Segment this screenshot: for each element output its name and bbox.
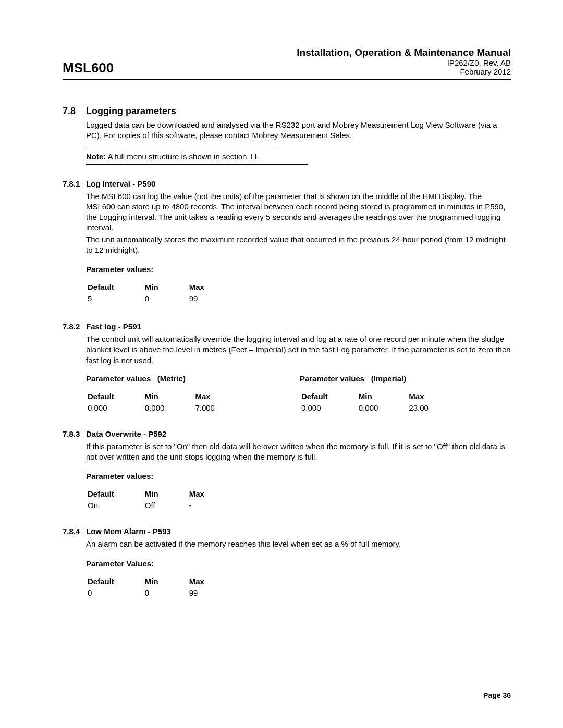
imperial-units: (Imperial): [371, 374, 407, 383]
val-max: 7.000: [194, 403, 244, 413]
manual-title: Installation, Operation & Maintenance Ma…: [297, 47, 511, 58]
note-body: A full menu structure is shown in sectio…: [108, 152, 260, 161]
val-min: Off: [144, 500, 188, 510]
table-row: On Off -: [87, 500, 234, 510]
subsection-title: Data Overwrite - P592: [86, 429, 166, 438]
val-default: 5: [87, 293, 143, 303]
table-row: Default Min Max: [87, 282, 234, 292]
col-max: Max: [189, 576, 234, 587]
table-row: Default Min Max: [301, 391, 458, 402]
page: MSL600 Installation, Operation & Mainten…: [0, 0, 563, 728]
subsection-body: An alarm can be activated if the memory …: [86, 539, 511, 549]
metric-heading: Parameter values (Metric): [86, 374, 245, 383]
page-header: MSL600 Installation, Operation & Mainten…: [63, 47, 511, 80]
val-min: 0: [144, 293, 188, 303]
val-max: -: [189, 500, 234, 510]
subsection-body: The control unit will automatically over…: [86, 334, 511, 366]
param-values-label: Parameter Values:: [86, 559, 511, 568]
section-heading: 7.8 Logging parameters: [63, 106, 511, 117]
col-max: Max: [189, 489, 234, 499]
val-min: 0: [144, 588, 188, 598]
model-label: MSL600: [63, 60, 114, 76]
col-min: Min: [144, 391, 194, 402]
col-default: Default: [301, 391, 357, 402]
note-rule-bottom-icon: [86, 164, 308, 165]
subsection-body: The MSL600 can log the value (not the un…: [86, 191, 511, 233]
subsection-heading: 7.8.1 Log Interval - P590: [63, 179, 511, 188]
val-default: On: [87, 500, 143, 510]
param-table: Default Min Max 0 0 99: [86, 575, 235, 599]
col-min: Min: [144, 282, 188, 292]
subsection-heading: 7.8.4 Low Mem Alarm - P593: [63, 527, 511, 536]
col-min: Min: [358, 391, 408, 402]
col-default: Default: [87, 391, 143, 402]
col-min: Min: [144, 576, 188, 587]
col-default: Default: [87, 489, 143, 499]
table-row: 0.000 0.000 7.000: [87, 403, 244, 413]
page-footer: Page 36: [483, 691, 511, 699]
metric-units: (Metric): [157, 374, 186, 383]
table-row: 5 0 99: [87, 293, 234, 303]
dual-tables: Parameter values (Metric) Default Min Ma…: [63, 374, 511, 414]
val-max: 99: [189, 293, 234, 303]
imperial-heading: Parameter values (Imperial): [300, 374, 459, 383]
param-table: Default Min Max 0.000 0.000 7.000: [86, 390, 245, 414]
param-values-label: Parameter values:: [86, 472, 511, 480]
subsection-number: 7.8.2: [63, 322, 86, 331]
note-label: Note:: [86, 152, 106, 161]
subsection-body: The unit automatically stores the maximu…: [86, 235, 511, 256]
param-table: Default Min Max On Off -: [86, 488, 235, 511]
table-row: 0.000 0.000 23.00: [301, 403, 458, 413]
subsection-number: 7.8.1: [63, 179, 86, 188]
section-title: Logging parameters: [86, 106, 176, 117]
doc-ref: IP262/Z0, Rev. AB: [297, 58, 511, 67]
col-max: Max: [408, 391, 458, 402]
note-text: Note: A full menu structure is shown in …: [86, 152, 511, 161]
col-default: Default: [87, 576, 143, 587]
subsection-title: Log Interval - P590: [86, 179, 155, 188]
doc-date: February 2012: [297, 67, 511, 76]
table-row: Default Min Max: [87, 576, 234, 587]
imperial-label: Parameter values: [300, 374, 364, 383]
val-min: 0.000: [358, 403, 408, 413]
val-default: 0.000: [87, 403, 143, 413]
col-min: Min: [144, 489, 188, 499]
imperial-column: Parameter values (Imperial) Default Min …: [300, 374, 459, 414]
subsection-title: Fast log - P591: [86, 322, 141, 331]
metric-column: Parameter values (Metric) Default Min Ma…: [86, 374, 245, 414]
table-row: Default Min Max: [87, 489, 234, 499]
table-row: Default Min Max: [87, 391, 244, 402]
note-rule-top-icon: [86, 149, 279, 149]
param-table: Default Min Max 0.000 0.000 23.00: [300, 390, 459, 414]
subsection-heading: 7.8.3 Data Overwrite - P592: [63, 429, 511, 438]
note-box: Note: A full menu structure is shown in …: [86, 149, 511, 165]
param-table: Default Min Max 5 0 99: [86, 281, 235, 304]
header-right: Installation, Operation & Maintenance Ma…: [297, 47, 511, 76]
section-intro: Logged data can be downloaded and analys…: [86, 120, 511, 141]
section-number: 7.8: [63, 106, 86, 117]
subsection-number: 7.8.3: [63, 429, 86, 438]
val-default: 0.000: [301, 403, 357, 413]
val-max: 23.00: [408, 403, 458, 413]
subsection-heading: 7.8.2 Fast log - P591: [63, 322, 511, 331]
metric-label: Parameter values: [86, 374, 151, 383]
subsection-title: Low Mem Alarm - P593: [86, 527, 171, 536]
param-values-label: Parameter values:: [86, 265, 511, 274]
col-max: Max: [194, 391, 244, 402]
subsection-body: If this parameter is set to "On" then ol…: [86, 441, 511, 463]
val-max: 99: [189, 588, 234, 598]
col-max: Max: [189, 282, 234, 292]
val-min: 0.000: [144, 403, 194, 413]
table-row: 0 0 99: [87, 588, 234, 598]
subsection-number: 7.8.4: [63, 527, 86, 536]
col-default: Default: [87, 282, 143, 292]
val-default: 0: [87, 588, 143, 598]
